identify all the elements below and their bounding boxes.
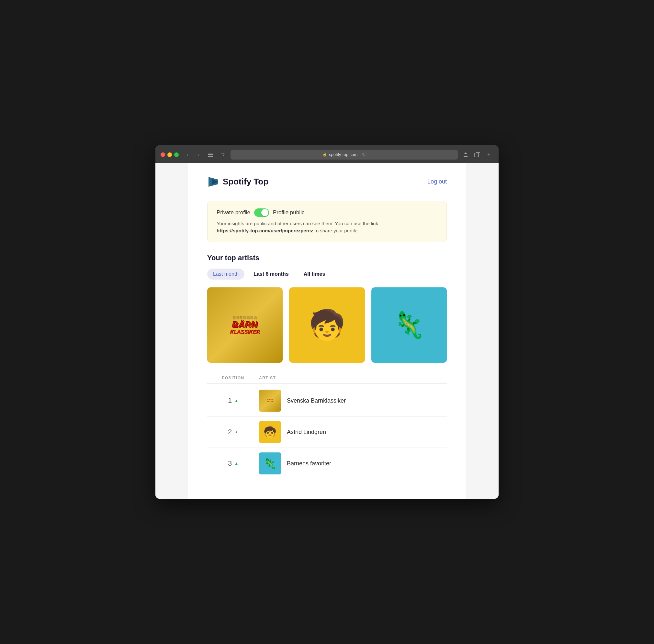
artist-card-1[interactable]: SVENSKA BÄRN KLASSIKER [207, 288, 283, 363]
croc-figure: 🦎 [393, 312, 425, 338]
lock-icon: 🔒 [322, 153, 327, 157]
pippi-figure: 🧒 [309, 310, 345, 340]
logo-icon [207, 176, 220, 188]
filter-last-month[interactable]: Last month [207, 269, 244, 280]
sidebar-button[interactable] [206, 151, 215, 158]
position-number-1: 1 [228, 396, 232, 405]
table-header: POSITION ARTIST [207, 372, 447, 384]
profile-toggle[interactable] [254, 208, 269, 217]
position-cell-2: 2 ▲ [207, 428, 259, 436]
position-cell-1: 1 ▲ [207, 396, 259, 405]
address-bar[interactable]: 🔒 spotify-top.com ↻ [230, 150, 458, 160]
maximize-button[interactable] [174, 153, 179, 157]
profile-description: Your insights are public and other users… [217, 220, 437, 235]
toggle-knob [261, 209, 268, 216]
svg-rect-2 [208, 156, 213, 157]
refresh-icon[interactable]: ↻ [362, 152, 366, 157]
page-content: Spotify Top Log out Private profile Prof… [155, 163, 499, 499]
artist-cell-2[interactable]: 🧒 Astrid Lindgren [259, 421, 447, 443]
filter-all-times[interactable]: All times [298, 269, 331, 280]
filter-last-6-months[interactable]: Last 6 months [248, 269, 294, 280]
traffic-lights [161, 153, 179, 157]
page-header: Spotify Top Log out [207, 176, 447, 188]
page-inner: Spotify Top Log out Private profile Prof… [188, 163, 466, 499]
logout-button[interactable]: Log out [427, 178, 447, 185]
artist-thumb-2: 🧒 [259, 421, 281, 443]
position-header: POSITION [207, 376, 259, 380]
browser-chrome: ‹ › 🛡 🔒 spotify-top.com ↻ [155, 145, 499, 163]
time-filter: Last month Last 6 months All times [207, 269, 447, 280]
browser-actions: + [461, 151, 493, 158]
artist-cell-1[interactable]: BÄRNKLASS Svenska Barnklassiker [259, 390, 447, 412]
artist-cards: SVENSKA BÄRN KLASSIKER 🧒 🦎 [207, 288, 447, 363]
artist-name-3: Barnens favoriter [287, 460, 331, 467]
profile-banner-row: Private profile Profile public [217, 208, 437, 217]
position-cell-3: 3 ▲ [207, 459, 259, 468]
artist-cell-3[interactable]: 🦎 Barnens favoriter [259, 453, 447, 475]
url-text: spotify-top.com [329, 152, 357, 157]
tabs-button[interactable] [473, 151, 482, 158]
new-tab-button[interactable]: + [484, 151, 493, 158]
position-number-3: 3 [228, 459, 232, 468]
profile-public-label: Profile public [273, 209, 305, 216]
table-row: 3 ▲ 🦎 Barnens favoriter [207, 448, 447, 479]
back-button[interactable]: ‹ [183, 151, 192, 158]
svg-rect-3 [475, 153, 478, 157]
artist-thumb-1: BÄRNKLASS [259, 390, 281, 412]
table-row: 1 ▲ BÄRNKLASS Svenska Barnklassiker [207, 385, 447, 416]
private-profile-label: Private profile [217, 209, 250, 216]
logo-text: Spotify Top [223, 177, 268, 187]
artist-card-3[interactable]: 🦎 [371, 288, 447, 363]
nav-buttons: ‹ › [183, 151, 203, 158]
trend-icon-2: ▲ [234, 430, 238, 434]
artist-name-1: Svenska Barnklassiker [287, 397, 346, 404]
close-button[interactable] [161, 153, 165, 157]
artist-thumb-3: 🦎 [259, 453, 281, 475]
position-number-2: 2 [228, 428, 232, 436]
browser-window: ‹ › 🛡 🔒 spotify-top.com ↻ [155, 145, 499, 499]
table-row: 2 ▲ 🧒 Astrid Lindgren [207, 416, 447, 448]
artist-card-2[interactable]: 🧒 [289, 288, 365, 363]
profile-banner: Private profile Profile public Your insi… [207, 201, 447, 242]
shield-icon[interactable]: 🛡 [218, 151, 227, 158]
minimize-button[interactable] [167, 153, 172, 157]
svg-rect-0 [208, 153, 213, 154]
top-artists-section: Your top artists Last month Last 6 month… [207, 254, 447, 479]
trend-icon-1: ▲ [234, 398, 238, 403]
artist-header: ARTIST [259, 376, 447, 380]
artist-name-2: Astrid Lindgren [287, 429, 326, 436]
barnklassiker-text: SVENSKA BÄRN KLASSIKER [230, 315, 260, 335]
profile-link[interactable]: https://spotify-top.com/user/jmperezpere… [217, 228, 313, 233]
trend-icon-3: ▲ [234, 461, 238, 466]
forward-button[interactable]: › [194, 151, 203, 158]
section-title: Your top artists [207, 254, 447, 262]
svg-rect-1 [208, 154, 213, 155]
share-button[interactable] [461, 151, 470, 158]
logo: Spotify Top [207, 176, 268, 188]
